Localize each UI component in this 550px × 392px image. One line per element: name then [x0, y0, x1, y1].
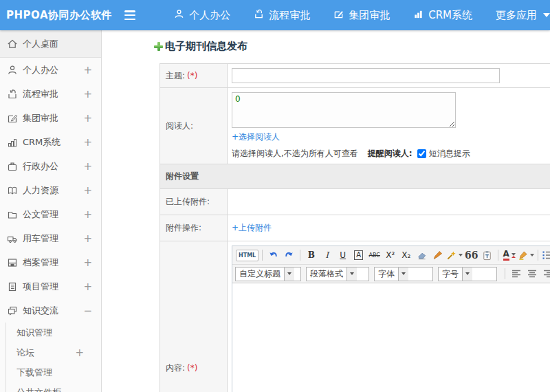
sidebar-item-vehicle-mgmt[interactable]: 用车管理 +: [0, 226, 101, 250]
caret-down-icon: [398, 268, 408, 281]
editor-toolbar-row1: HTML B I U A ABC X² X₂: [232, 246, 550, 265]
sidebar-item-document-mgmt[interactable]: 公文管理 +: [0, 202, 101, 226]
sidebar-subitem-download-mgmt[interactable]: 下载管理: [6, 362, 101, 382]
truck-icon: [6, 232, 18, 244]
edit-icon: [6, 112, 18, 124]
format-brush-icon[interactable]: [430, 248, 445, 263]
paragraph-format-select[interactable]: 段落格式: [306, 267, 369, 281]
sidebar-subitem-forum[interactable]: 论坛 +: [6, 342, 101, 362]
nav-group-approval[interactable]: 集团审批: [333, 9, 390, 22]
top-navbar: PHPOA协同办公软件 个人办公 流程审批 集团审批 CRM系统 更多应用: [0, 0, 550, 30]
briefcase-icon: [6, 160, 18, 172]
editor-content-area[interactable]: [232, 283, 550, 392]
add-plus-icon: [154, 42, 163, 51]
blockquote-button[interactable]: 66: [464, 248, 478, 263]
attachment-section-row: 附件设置: [160, 164, 550, 189]
caret-down-icon: [459, 254, 463, 257]
underline-button[interactable]: U: [336, 248, 350, 263]
sidebar-item-knowledge-exchange[interactable]: 知识交流 −: [0, 298, 101, 323]
share-icon: [254, 9, 269, 22]
auto-typeset-icon[interactable]: [446, 248, 463, 263]
highlight-color-icon[interactable]: [518, 248, 534, 263]
sidebar-item-workflow-approval[interactable]: 流程审批 +: [0, 82, 101, 106]
sidebar-item-desktop[interactable]: 个人桌面: [0, 30, 101, 58]
bar-chart-icon: [413, 9, 428, 22]
uploaded-attachments-cell: [228, 189, 550, 215]
italic-button[interactable]: I: [320, 248, 334, 263]
bold-button[interactable]: B: [304, 248, 318, 263]
edit-icon: [333, 9, 349, 22]
eraser-icon[interactable]: [415, 248, 429, 263]
uploaded-attachments-row: 已上传附件:: [160, 189, 550, 215]
page-title: 电子期刊信息发布: [154, 40, 550, 53]
attach-op-label-cell: 附件操作:: [160, 215, 228, 241]
html-source-button[interactable]: HTML: [236, 250, 258, 261]
nav-crm-system[interactable]: CRM系统: [413, 9, 472, 22]
undo-button[interactable]: [266, 248, 280, 263]
redo-button[interactable]: [282, 248, 296, 263]
caret-down-icon: [512, 253, 516, 258]
readers-textarea[interactable]: 0: [232, 92, 456, 128]
sidebar-item-admin-office[interactable]: 行政办公 +: [0, 154, 101, 178]
user-icon: [174, 9, 189, 22]
sms-remind-checkbox[interactable]: [417, 149, 426, 158]
nav-workflow-approval[interactable]: 流程审批: [254, 9, 310, 22]
sidebar-item-crm[interactable]: CRM系统 +: [0, 130, 101, 154]
main-content: 电子期刊信息发布 主题:(*) 阅读人: 0 +选择阅读人 请选择阅读人,不选为…: [102, 30, 550, 392]
nav-personal-office[interactable]: 个人办公: [174, 9, 230, 22]
subscript-button[interactable]: X₂: [399, 248, 413, 263]
content-row: 内容:(*) HTML B I U A ABC: [160, 241, 550, 392]
readers-hint-line: 请选择阅读人,不选为所有人可查看 提醒阅读人: 短消息提示: [232, 148, 550, 160]
readers-row: 阅读人: 0 +选择阅读人 请选择阅读人,不选为所有人可查看 提醒阅读人: 短消…: [160, 88, 550, 164]
paste-text-icon[interactable]: [480, 248, 494, 263]
bar-chart-icon: [6, 136, 18, 148]
journal-icon: [6, 281, 18, 292]
share-icon: [6, 88, 18, 100]
top-nav-menu: 个人办公 流程审批 集团审批 CRM系统 更多应用: [151, 9, 550, 22]
align-right-icon[interactable]: [540, 267, 550, 281]
sidebar-item-group-approval[interactable]: 集团审批 +: [0, 106, 101, 130]
sidebar-item-hr[interactable]: 人力资源 +: [0, 178, 101, 202]
uploaded-label-cell: 已上传附件:: [160, 189, 228, 215]
sidebar-subitem-public-cabinet[interactable]: 公共文件柜: [6, 382, 101, 392]
char-border-button[interactable]: A: [351, 248, 366, 263]
subject-row: 主题:(*): [160, 64, 550, 88]
caret-down-icon: [284, 268, 294, 281]
caret-down-icon: [462, 268, 472, 281]
rich-text-editor: HTML B I U A ABC X² X₂: [232, 246, 550, 392]
home-icon: [6, 38, 18, 50]
ordered-list-icon[interactable]: [542, 248, 550, 263]
align-left-icon[interactable]: [509, 267, 523, 281]
font-size-select[interactable]: 字号: [438, 267, 497, 281]
caret-down-icon: [543, 13, 550, 17]
superscript-button[interactable]: X²: [383, 248, 397, 263]
chat-layers-icon: [6, 305, 18, 316]
sidebar-item-personal-office[interactable]: 个人办公 +: [0, 58, 101, 82]
folder-icon: [6, 208, 18, 220]
book-icon: [6, 184, 18, 196]
select-readers-link[interactable]: +选择阅读人: [232, 132, 280, 142]
sidebar-subitem-knowledge-mgmt[interactable]: 知识管理: [6, 323, 101, 342]
heading-select[interactable]: 自定义标题: [235, 267, 301, 281]
caret-down-icon: [530, 254, 534, 257]
caret-down-icon: [346, 268, 357, 281]
publish-form: 主题:(*) 阅读人: 0 +选择阅读人 请选择阅读人,不选为所有人可查看 提醒…: [160, 63, 550, 392]
attachment-ops-row: 附件操作: +上传附件: [160, 215, 550, 241]
content-label-cell: 内容:(*): [160, 241, 228, 392]
align-center-icon[interactable]: [525, 267, 539, 281]
sidebar-item-project-mgmt[interactable]: 项目管理 +: [0, 274, 101, 298]
font-color-button[interactable]: A: [502, 248, 516, 263]
sidebar: 个人桌面 个人办公 + 流程审批 + 集团审批 + CRM系统 + 行政办公 +…: [0, 30, 102, 392]
readers-label-cell: 阅读人:: [160, 88, 228, 164]
subject-input[interactable]: [232, 68, 500, 83]
subject-label-cell: 主题:(*): [160, 64, 228, 88]
user-icon: [6, 64, 18, 76]
archive-icon: [6, 257, 18, 268]
sidebar-submenu-knowledge: 知识管理 论坛 + 下载管理 公共文件柜: [6, 323, 101, 392]
menu-toggle-icon[interactable]: [124, 10, 136, 20]
sidebar-item-archive-mgmt[interactable]: 档案管理 +: [0, 250, 101, 274]
nav-more-apps[interactable]: 更多应用: [496, 9, 550, 22]
upload-attachment-link[interactable]: +上传附件: [232, 223, 272, 232]
font-family-select[interactable]: 字体: [374, 267, 433, 281]
strikethrough-button[interactable]: ABC: [367, 248, 382, 263]
